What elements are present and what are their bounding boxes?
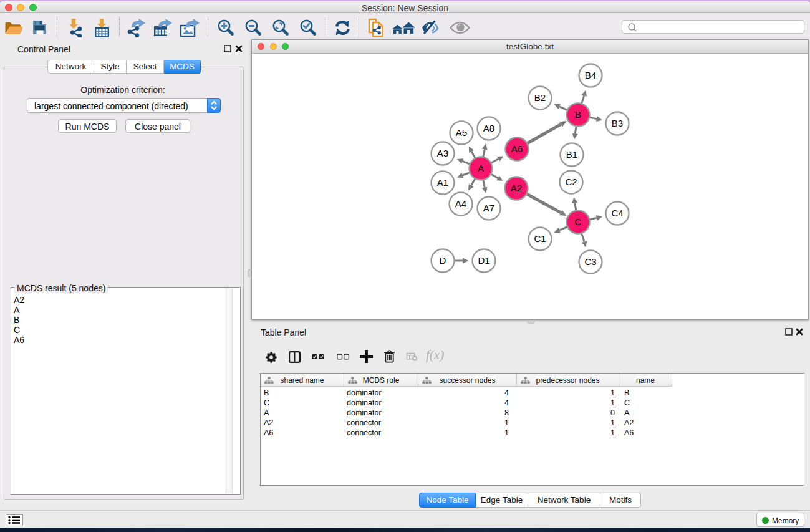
svg-text:A6: A6 <box>511 143 523 154</box>
svg-text:C3: C3 <box>584 256 596 267</box>
svg-text:A4: A4 <box>455 198 466 209</box>
svg-text:A8: A8 <box>483 123 494 133</box>
svg-text:C4: C4 <box>611 208 623 218</box>
svg-text:A: A <box>478 163 484 173</box>
svg-text:B2: B2 <box>534 92 546 103</box>
svg-text:B4: B4 <box>585 70 596 80</box>
svg-text:A7: A7 <box>483 203 494 213</box>
svg-text:A1: A1 <box>437 177 448 188</box>
svg-text:C: C <box>575 216 582 227</box>
svg-text:B3: B3 <box>612 118 623 128</box>
svg-text:B: B <box>575 109 581 120</box>
svg-text:f(x): f(x) <box>426 349 444 362</box>
svg-text:D: D <box>440 255 446 266</box>
svg-text:A3: A3 <box>437 148 448 158</box>
svg-text:C1: C1 <box>534 233 546 244</box>
svg-text:C2: C2 <box>565 177 577 187</box>
svg-text:A2: A2 <box>511 183 522 193</box>
svg-text:B1: B1 <box>566 149 577 160</box>
svg-text:A5: A5 <box>456 127 467 138</box>
svg-text:D1: D1 <box>478 255 489 266</box>
